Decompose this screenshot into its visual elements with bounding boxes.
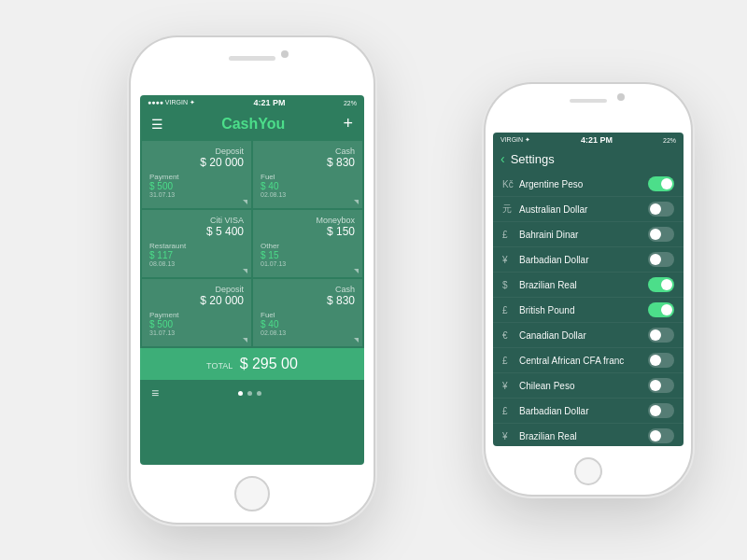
card-subamount: $ 500 [149, 181, 244, 191]
battery-main: 22% [344, 100, 357, 106]
currency-symbol: £ [502, 230, 519, 240]
currency-name: Barbadian Dollar [519, 406, 648, 416]
card-arrow-icon [243, 338, 247, 343]
currency-item-8[interactable]: ¥ Chilean Peso [493, 373, 684, 399]
currency-list: Kč Argentine Peso 元 Australian Dollar £ … [493, 172, 684, 446]
battery-settings: 22% [663, 137, 676, 144]
card-deposit-2[interactable]: Deposit $ 20 000 Payment $ 500 31.07.13 [142, 279, 251, 346]
card-subamount: $ 117 [149, 250, 244, 260]
currency-toggle[interactable] [648, 277, 674, 292]
currency-item-6[interactable]: € Canadian Dollar [493, 323, 684, 348]
card-date: 01.07.13 [261, 260, 355, 267]
time-settings: 4:21 PM [581, 135, 613, 145]
home-button-settings[interactable] [574, 457, 602, 485]
currency-symbol: $ [502, 280, 519, 290]
dot-3[interactable] [257, 391, 261, 396]
card-date: 02.08.13 [261, 191, 355, 198]
card-date: 31.07.13 [149, 329, 244, 336]
card-subcategory: Payment [149, 311, 244, 319]
card-deposit-1[interactable]: Deposit $ 20 000 Payment $ 500 31.07.13 [142, 141, 251, 208]
app-title: CashYou [221, 116, 285, 133]
currency-item-10[interactable]: ¥ Brazilian Real [493, 424, 684, 446]
card-citi-visa[interactable]: Citi VISA $ 5 400 Restaraunt $ 117 08.08… [142, 210, 251, 277]
currency-toggle[interactable] [648, 227, 674, 242]
card-title: Cash [261, 147, 355, 156]
currency-toggle[interactable] [648, 428, 674, 443]
card-subamount: $ 500 [149, 319, 244, 329]
currency-item-0[interactable]: Kč Argentine Peso [493, 172, 684, 197]
carrier-main: ●●●● VIRGIN ✦ [148, 99, 195, 106]
add-icon[interactable]: + [343, 114, 353, 133]
card-title: Moneybox [261, 216, 355, 225]
card-subcategory: Payment [149, 173, 244, 181]
card-title: Deposit [149, 285, 244, 294]
currency-toggle[interactable] [648, 302, 674, 317]
app-title-prefix: Cash [221, 116, 258, 132]
card-arrow-icon [354, 338, 359, 343]
card-title: Deposit [149, 147, 244, 156]
card-arrow-icon [354, 269, 359, 273]
card-cash-1[interactable]: Cash $ 830 Fuel $ 40 02.08.13 [253, 141, 362, 208]
currency-symbol: ¥ [502, 255, 519, 265]
settings-title: Settings [511, 152, 555, 166]
currency-name: Bahraini Dinar [519, 230, 648, 240]
card-subcategory: Other [261, 242, 355, 250]
phone-settings-speaker [570, 99, 607, 103]
currency-name: Chilean Peso [519, 381, 648, 391]
card-subcategory: Fuel [261, 311, 355, 319]
card-title: Citi VISA [149, 216, 244, 225]
currency-item-9[interactable]: £ Barbadian Dollar [493, 399, 684, 424]
card-subcategory: Restaraunt [149, 242, 244, 250]
total-label: TOTAL [206, 361, 233, 371]
app-title-suffix: You [258, 116, 285, 132]
phone-settings-camera [617, 93, 625, 101]
back-icon[interactable]: ‹ [500, 151, 505, 166]
currency-symbol: £ [502, 356, 519, 366]
total-amount: $ 295 00 [240, 356, 298, 371]
currency-toggle[interactable] [648, 176, 674, 191]
currency-symbol: ¥ [502, 431, 519, 441]
currency-item-3[interactable]: ¥ Barbadian Dollar [493, 247, 684, 273]
card-subamount: $ 40 [261, 319, 355, 329]
currency-item-1[interactable]: 元 Australian Dollar [493, 197, 684, 222]
currency-item-5[interactable]: £ British Pound [493, 298, 684, 323]
card-amount: $ 830 [261, 294, 355, 307]
card-subcategory: Fuel [261, 173, 355, 181]
menu-icon[interactable]: ☰ [151, 117, 163, 132]
currency-item-2[interactable]: £ Bahraini Dinar [493, 222, 684, 247]
currency-item-7[interactable]: £ Central African CFA franc [493, 348, 684, 373]
phone-main-camera [281, 50, 289, 58]
page-dots [159, 391, 340, 396]
app-header: ☰ CashYou + [140, 110, 364, 139]
currency-symbol: Kč [502, 179, 519, 189]
currency-toggle[interactable] [648, 353, 674, 368]
currency-name: Barbadian Dollar [519, 255, 648, 265]
dot-1[interactable] [238, 391, 243, 396]
settings-header: ‹ Settings [493, 147, 684, 172]
time-main: 4:21 PM [253, 98, 285, 107]
list-icon[interactable]: ≡ [151, 385, 159, 400]
card-amount: $ 150 [261, 225, 355, 238]
currency-name: Australian Dollar [519, 204, 648, 215]
currency-name: Central African CFA franc [519, 356, 648, 366]
card-date: 08.08.13 [149, 260, 244, 267]
dot-2[interactable] [247, 391, 252, 396]
home-button-main[interactable] [234, 476, 270, 511]
status-bar-settings: VIRGIN ✦ 4:21 PM 22% [493, 133, 684, 147]
card-cash-2[interactable]: Cash $ 830 Fuel $ 40 02.08.13 [253, 279, 362, 346]
currency-toggle[interactable] [648, 202, 674, 217]
card-grid: Deposit $ 20 000 Payment $ 500 31.07.13 … [140, 139, 364, 348]
currency-toggle[interactable] [648, 378, 674, 393]
total-bar: TOTAL $ 295 00 [140, 348, 364, 380]
currency-toggle[interactable] [648, 403, 674, 418]
currency-symbol: £ [502, 406, 519, 416]
card-moneybox[interactable]: Moneybox $ 150 Other $ 15 01.07.13 [253, 210, 362, 277]
currency-name: British Pound [519, 305, 648, 315]
card-date: 31.07.13 [149, 191, 244, 198]
currency-toggle[interactable] [648, 328, 674, 343]
card-subamount: $ 15 [261, 250, 355, 260]
currency-symbol: € [502, 330, 519, 341]
card-arrow-icon [243, 269, 247, 273]
currency-toggle[interactable] [648, 252, 674, 267]
currency-item-4[interactable]: $ Brazilian Real [493, 273, 684, 298]
